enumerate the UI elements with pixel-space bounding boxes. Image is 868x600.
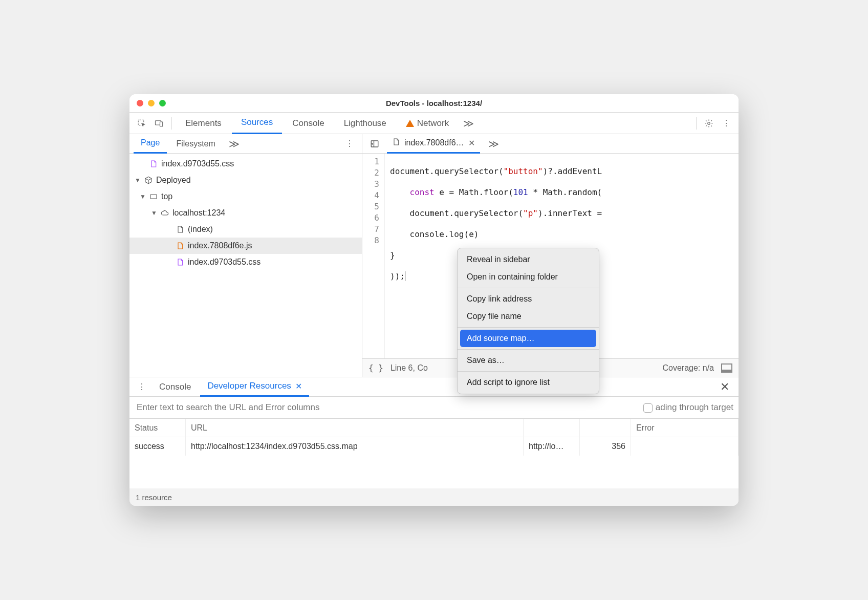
divider <box>458 371 599 372</box>
ctx-ignore-list[interactable]: Add script to ignore list <box>458 374 599 391</box>
warning-icon <box>406 120 414 127</box>
drawer-tab-bar: ⋮ Console Developer Resources ✕ ✕ <box>129 377 739 397</box>
toggle-navigator-icon[interactable] <box>366 136 383 152</box>
context-menu: Reveal in sidebar Open in containing fol… <box>457 248 599 394</box>
ctx-copy-link[interactable]: Copy link address <box>458 290 599 308</box>
line-gutter: 12345678 <box>362 154 385 358</box>
drawer-footer: 1 resource <box>129 488 739 506</box>
table-row[interactable]: success http://localhost:1234/index.d970… <box>129 437 739 456</box>
navigator-tabs: Page Filesystem ≫ ⋮ <box>129 134 362 154</box>
devtools-window: DevTools - localhost:1234/ Elements Sour… <box>129 94 739 506</box>
css-file-icon <box>149 159 158 168</box>
svg-point-3 <box>708 122 710 124</box>
resources-table: Status URL Error success http://localhos… <box>129 418 739 488</box>
drawer-tab-developer-resources[interactable]: Developer Resources ✕ <box>200 377 309 397</box>
file-tab[interactable]: index.7808df6… ✕ <box>387 134 480 154</box>
drawer-panel: ⋮ Console Developer Resources ✕ ✕ ading … <box>129 377 739 506</box>
editor-tab-bar: index.7808df6… ✕ ≫ <box>362 134 739 154</box>
col-initiator[interactable] <box>524 419 580 437</box>
pretty-print-icon[interactable]: { } <box>368 363 383 373</box>
divider <box>458 349 599 350</box>
body-split: Page Filesystem ≫ ⋮ index.d9703d55.css ▼… <box>129 134 739 377</box>
close-drawer-icon[interactable]: ✕ <box>715 380 734 394</box>
cursor-position: Line 6, Co <box>390 363 428 373</box>
css-file-icon <box>176 258 185 267</box>
search-input[interactable] <box>135 399 634 416</box>
col-status[interactable]: Status <box>129 419 186 437</box>
device-toolbar-icon[interactable] <box>151 115 167 132</box>
close-drawer-tab-icon[interactable]: ✕ <box>295 381 302 391</box>
divider <box>458 288 599 288</box>
inspect-icon[interactable] <box>134 115 150 132</box>
col-size[interactable] <box>580 419 631 437</box>
checkbox-icon[interactable] <box>643 403 653 413</box>
col-url[interactable]: URL <box>186 419 524 437</box>
frame-icon <box>149 192 158 201</box>
tree-top[interactable]: ▼ top <box>129 188 362 205</box>
file-tabs-overflow[interactable]: ≫ <box>484 138 503 150</box>
svg-rect-2 <box>160 122 163 126</box>
cloud-icon <box>160 208 169 218</box>
ctx-reveal-sidebar[interactable]: Reveal in sidebar <box>458 251 599 268</box>
tab-network[interactable]: Network <box>397 113 458 134</box>
subtab-page[interactable]: Page <box>134 134 167 154</box>
tab-sources[interactable]: Sources <box>232 113 282 134</box>
divider <box>171 117 172 130</box>
table-header: Status URL Error <box>129 419 739 437</box>
main-tab-bar: Elements Sources Console Lighthouse Netw… <box>129 113 739 134</box>
ctx-add-source-map[interactable]: Add source map… <box>460 330 596 347</box>
close-window[interactable] <box>137 100 143 106</box>
document-icon <box>176 225 185 234</box>
drawer-tab-console[interactable]: Console <box>152 377 198 397</box>
tab-elements[interactable]: Elements <box>176 113 231 134</box>
file-tree: index.d9703d55.css ▼ Deployed ▼ top ▼ lo… <box>129 154 362 377</box>
cube-icon <box>144 176 153 185</box>
window-title: DevTools - localhost:1234/ <box>129 99 739 108</box>
tree-css-file[interactable]: index.d9703d55.css <box>129 254 362 270</box>
titlebar: DevTools - localhost:1234/ <box>129 94 739 113</box>
subtab-filesystem[interactable]: Filesystem <box>169 134 222 154</box>
window-controls <box>129 100 166 106</box>
load-through-target-option[interactable]: ading through target <box>643 402 733 413</box>
tabs-overflow[interactable]: ≫ <box>459 117 478 130</box>
tree-file-css[interactable]: index.d9703d55.css <box>129 156 362 172</box>
ctx-copy-filename[interactable]: Copy file name <box>458 308 599 325</box>
file-icon <box>392 138 400 148</box>
drawer-search-row: ading through target <box>129 397 739 418</box>
navigator-panel: Page Filesystem ≫ ⋮ index.d9703d55.css ▼… <box>129 134 362 377</box>
tree-js-file[interactable]: index.7808df6e.js <box>129 238 362 254</box>
navigator-menu-icon[interactable]: ⋮ <box>341 136 358 152</box>
divider <box>696 117 697 130</box>
divider <box>458 327 599 328</box>
js-file-icon <box>176 241 185 250</box>
tab-lighthouse[interactable]: Lighthouse <box>335 113 396 134</box>
minimize-window[interactable] <box>148 100 155 106</box>
ctx-save-as[interactable]: Save as… <box>458 352 599 369</box>
kebab-menu-icon[interactable]: ⋮ <box>718 115 734 132</box>
ctx-open-folder[interactable]: Open in containing folder <box>458 268 599 286</box>
svg-rect-4 <box>150 195 157 199</box>
zoom-window[interactable] <box>159 100 166 106</box>
tree-index[interactable]: (index) <box>129 221 362 238</box>
settings-icon[interactable] <box>701 115 717 132</box>
tab-console[interactable]: Console <box>283 113 333 134</box>
tree-host[interactable]: ▼ localhost:1234 <box>129 205 362 221</box>
tree-deployed[interactable]: ▼ Deployed <box>129 172 362 188</box>
col-error[interactable]: Error <box>631 419 739 437</box>
close-tab-icon[interactable]: ✕ <box>468 138 475 148</box>
table-row <box>129 456 739 488</box>
drawer-menu-icon[interactable]: ⋮ <box>134 379 150 395</box>
toggle-panel-icon[interactable] <box>721 363 732 373</box>
subtab-overflow[interactable]: ≫ <box>225 138 244 150</box>
coverage-label: Coverage: n/a <box>662 363 714 373</box>
